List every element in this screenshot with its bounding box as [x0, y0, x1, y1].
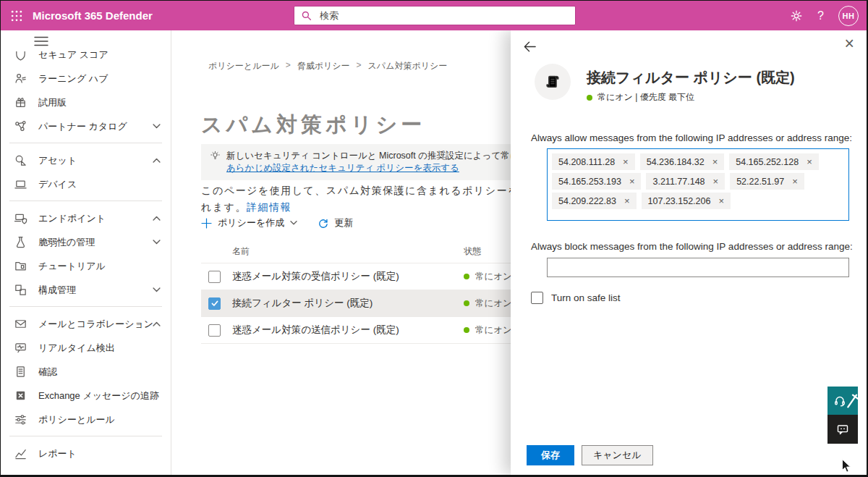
status-dot-icon: [464, 327, 469, 333]
sidebar-item-exchange-message-trace[interactable]: Exchange メッセージの追跡: [1, 384, 171, 408]
support-widget[interactable]: [827, 387, 858, 415]
remove-ip-icon[interactable]: ×: [624, 195, 630, 206]
remove-ip-icon[interactable]: ×: [623, 156, 629, 167]
help-icon[interactable]: ?: [817, 9, 824, 22]
laptop-icon: [14, 177, 28, 191]
plus-icon: [201, 218, 212, 229]
close-icon[interactable]: ×: [845, 35, 854, 52]
status-dot-icon: [587, 95, 592, 101]
sidebar-item-assets[interactable]: アセット: [1, 148, 171, 172]
sidebar-nav-list: セキュア スコア ラーニング ハブ 試用版 パートナー カタログ アセット デバ…: [1, 51, 171, 475]
ip-chip: 54.209.222.83 ×: [552, 193, 637, 209]
sidebar-divider: [9, 306, 162, 307]
sidebar-item-label: ラーニング ハブ: [38, 72, 161, 85]
policy-name[interactable]: 接続フィルター ポリシー (既定): [232, 297, 464, 310]
allow-ip-input-box[interactable]: 54.208.111.28 × 54.236.184.32 × 54.165.2…: [547, 148, 849, 221]
feedback-widget[interactable]: [827, 415, 858, 444]
breadcrumb-segment[interactable]: 脅威ポリシー: [297, 60, 350, 72]
cancel-button[interactable]: キャンセル: [582, 445, 653, 465]
remove-ip-icon[interactable]: ×: [792, 176, 798, 187]
block-ip-input[interactable]: [547, 258, 849, 277]
sidebar-item-reports[interactable]: レポート: [1, 442, 171, 465]
search-input[interactable]: [318, 9, 569, 22]
status-dot-icon: [464, 274, 469, 279]
gear-icon[interactable]: [790, 9, 803, 22]
document-icon: [14, 365, 28, 379]
sidebar-item-configuration-management[interactable]: 構成管理: [1, 278, 171, 302]
chevron-down-icon: [290, 221, 297, 225]
row-checkbox[interactable]: [208, 271, 221, 283]
sidebar-item-email-collaboration[interactable]: メールとコラボレーション: [1, 312, 171, 336]
sidebar-item-learning-hub[interactable]: ラーニング ハブ: [1, 67, 171, 90]
preset-security-link[interactable]: あらかじめ設定されたセキュリティ ポリシーを表示する: [226, 163, 459, 173]
safe-list-toggle[interactable]: Turn on safe list: [531, 292, 621, 304]
save-button[interactable]: 保存: [527, 445, 574, 465]
ip-chip: 54.208.111.28 ×: [552, 153, 635, 170]
lightbulb-icon: [210, 150, 221, 162]
create-policy-button[interactable]: ポリシーを作成: [201, 216, 297, 229]
remove-ip-icon[interactable]: ×: [712, 156, 718, 167]
column-name: 名前: [232, 245, 464, 258]
sidebar-item-label: セキュア スコア: [38, 51, 161, 62]
sidebar-item-vulnerability-management[interactable]: 脆弱性の管理: [1, 230, 171, 254]
avatar[interactable]: HH: [838, 6, 859, 26]
ip-chip: 54.165.252.128 ×: [729, 153, 818, 170]
learning-hub-icon: [14, 72, 28, 85]
chevron-up-icon: [153, 216, 161, 221]
app-title: Microsoft 365 Defender: [33, 9, 153, 22]
back-icon[interactable]: [522, 39, 537, 54]
refresh-button[interactable]: 更新: [318, 216, 353, 229]
sidebar-item-trials[interactable]: 試用版: [1, 90, 171, 114]
status-label: 常にオン: [475, 324, 512, 337]
sidebar-item-partner-catalog[interactable]: パートナー カタログ: [1, 114, 171, 138]
chart-icon: [14, 447, 28, 460]
breadcrumb-segment[interactable]: スパム対策ポリシー: [368, 60, 448, 72]
flyout-actions: 保存 キャンセル: [527, 445, 653, 465]
breadcrumb: ポリシーとルール>脅威ポリシー>スパム対策ポリシー: [208, 60, 447, 72]
row-checkbox[interactable]: [208, 297, 221, 310]
feedback-icon: [835, 422, 850, 436]
sidebar-divider: [9, 436, 162, 436]
sliders-icon: [14, 413, 28, 426]
search-icon: [301, 10, 312, 21]
chevron-down-icon: [153, 287, 161, 292]
remove-ip-icon[interactable]: ×: [629, 176, 635, 187]
ip-chip: 107.23.152.206 ×: [642, 193, 731, 209]
policy-name[interactable]: 迷惑メール対策の送信ポリシー (既定): [232, 324, 464, 337]
global-search[interactable]: [294, 6, 576, 25]
remove-ip-icon[interactable]: ×: [713, 176, 719, 187]
breadcrumb-separator: >: [286, 60, 291, 72]
sidebar-item-endpoints[interactable]: エンドポイント: [1, 206, 171, 230]
sidebar-item-tutorials[interactable]: チュートリアル: [1, 254, 171, 278]
ip-chip-value: 54.209.222.83: [558, 196, 616, 206]
sidebar-item-label: パートナー カタログ: [38, 120, 153, 133]
status-label: 常にオン: [475, 297, 512, 310]
policy-name[interactable]: 迷惑メール対策の受信ポリシー (既定): [232, 270, 464, 283]
waffle-menu-icon[interactable]: [1, 1, 33, 30]
ip-chip: 3.211.77.148 ×: [646, 173, 725, 190]
exchange-icon: [14, 389, 28, 402]
ip-chip-value: 107.23.152.206: [648, 196, 711, 206]
sidebar-divider: [9, 143, 162, 143]
breadcrumb-segment[interactable]: ポリシーとルール: [208, 60, 279, 72]
row-checkbox[interactable]: [208, 324, 221, 337]
sidebar-item-secure-score[interactable]: セキュア スコア: [1, 51, 171, 67]
breadcrumb-separator: >: [357, 60, 362, 72]
remove-ip-icon[interactable]: ×: [807, 156, 812, 167]
safe-list-label: Turn on safe list: [551, 292, 621, 303]
sidebar-item-devices[interactable]: デバイス: [1, 172, 171, 196]
sidebar-item-realtime-detections[interactable]: リアルタイム検出: [1, 336, 171, 360]
learn-more-link[interactable]: 詳細情報: [247, 201, 292, 213]
sidebar-item-policies-rules[interactable]: ポリシーとルール: [1, 408, 171, 431]
flask-icon: [14, 235, 28, 249]
create-policy-label: ポリシーを作成: [218, 216, 284, 229]
sidebar-item-review[interactable]: 確認: [1, 360, 171, 384]
remove-ip-icon[interactable]: ×: [718, 195, 724, 206]
description-line2: れます。: [201, 201, 247, 213]
sidebar-item-label: 試用版: [38, 96, 161, 109]
safe-list-checkbox[interactable]: [531, 292, 543, 304]
hamburger-icon[interactable]: [34, 36, 48, 46]
sidebar-item-label: 脆弱性の管理: [38, 236, 153, 249]
ip-chip: 52.22.51.97 ×: [730, 173, 804, 190]
ip-chip-value: 54.165.253.193: [558, 177, 621, 187]
